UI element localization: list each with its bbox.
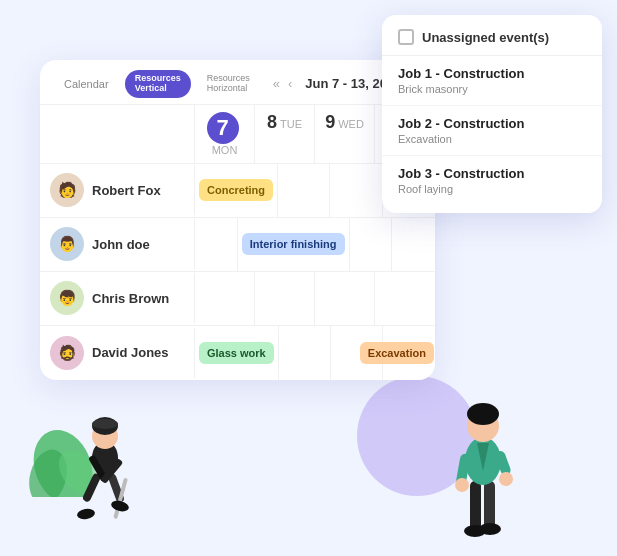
table-row: 👨 John doe Interior finishing — [40, 218, 435, 272]
resource-name-chris-brown: Chris Brown — [92, 291, 169, 306]
calendar-header: Calendar ResourcesVertical ResourcesHori… — [40, 60, 435, 105]
day-num-9: 9 — [325, 112, 335, 132]
event-cell-jd-wed — [350, 218, 393, 271]
day-label-mon: MON — [212, 144, 238, 156]
day-label-tue: TUE — [280, 118, 302, 130]
panel-header: Unassigned event(s) — [382, 29, 602, 56]
unassigned-panel: Unassigned event(s) Job 1 - Construction… — [382, 15, 602, 213]
tab-resources-horizontal[interactable]: ResourcesHorizontal — [197, 70, 260, 98]
avatar: 🧑 — [50, 173, 84, 207]
tab-resources-horizontal-label: ResourcesHorizontal — [207, 74, 250, 94]
char-right — [432, 381, 522, 536]
panel-item-job3-title: Job 3 - Construction — [398, 166, 586, 181]
svg-point-13 — [92, 419, 118, 429]
char-left — [60, 406, 150, 536]
svg-point-25 — [499, 472, 513, 486]
col-header-resource — [40, 105, 195, 163]
nav-prev2[interactable]: « — [270, 74, 283, 93]
col-header-wed: 9 WED — [315, 105, 375, 163]
tab-resources-vertical-label: ResourcesVertical — [135, 74, 181, 94]
event-cell-dj-wed: Excavation — [331, 326, 383, 380]
event-cell-jd-thu — [392, 218, 435, 271]
resource-name-david-jones: David Jones — [92, 345, 169, 360]
resource-cell-chris-brown: 👦 Chris Brown — [40, 273, 195, 323]
avatar: 👨 — [50, 227, 84, 261]
panel-item-job3-sub: Roof laying — [398, 183, 586, 195]
event-cell-rf-wed — [330, 164, 382, 217]
unassigned-checkbox[interactable] — [398, 29, 414, 45]
event-cell-cb-wed — [315, 272, 375, 325]
event-cell-jd-mon — [195, 218, 238, 271]
svg-rect-14 — [470, 481, 481, 531]
event-cell-dj-thu — [383, 326, 435, 380]
col-header-mon: 7 MON — [195, 105, 255, 163]
day-label-wed: WED — [338, 118, 364, 130]
day-num-8: 8 — [267, 112, 277, 132]
resource-cell-david-jones: 🧔 David Jones — [40, 328, 195, 378]
panel-item-job2[interactable]: Job 2 - Construction Excavation — [382, 106, 602, 156]
event-tag-glass-work[interactable]: Glass work — [199, 342, 274, 364]
resource-cell-john-doe: 👨 John doe — [40, 219, 195, 269]
event-tag-concreting[interactable]: Concreting — [199, 179, 273, 201]
panel-item-job1-title: Job 1 - Construction — [398, 66, 586, 81]
resource-name-robert-fox: Robert Fox — [92, 183, 161, 198]
svg-point-11 — [76, 508, 95, 521]
panel-item-job2-title: Job 2 - Construction — [398, 116, 586, 131]
day-num-7: 7 — [207, 112, 239, 144]
event-cell-cb-mon — [195, 272, 255, 325]
column-headers: 7 MON 8 TUE 9 WED 10 THU — [40, 105, 435, 164]
svg-rect-6 — [82, 472, 102, 503]
resource-name-john-doe: John doe — [92, 237, 150, 252]
svg-point-24 — [455, 478, 469, 492]
svg-point-21 — [467, 403, 499, 425]
panel-item-job1[interactable]: Job 1 - Construction Brick masonry — [382, 56, 602, 106]
avatar: 🧔 — [50, 336, 84, 370]
nav-prev[interactable]: ‹ — [285, 74, 295, 93]
resource-rows: 🧑 Robert Fox Concreting 👨 John doe Inter… — [40, 164, 435, 380]
table-row: 🧔 David Jones Glass work Excavation — [40, 326, 435, 380]
avatar: 👦 — [50, 281, 84, 315]
panel-item-job1-sub: Brick masonry — [398, 83, 586, 95]
nav-arrows: « ‹ — [270, 74, 296, 93]
event-cell-cb-tue — [255, 272, 315, 325]
calendar-card: Calendar ResourcesVertical ResourcesHori… — [40, 60, 435, 380]
svg-point-17 — [479, 523, 501, 535]
event-cell-rf-tue — [278, 164, 330, 217]
event-cell-cb-thu: Stone work — [375, 272, 435, 325]
col-header-tue: 8 TUE — [255, 105, 315, 163]
table-row: 🧑 Robert Fox Concreting — [40, 164, 435, 218]
event-cell-jd-tue: Interior finishing — [238, 218, 350, 271]
panel-item-job2-sub: Excavation — [398, 133, 586, 145]
panel-title: Unassigned event(s) — [422, 30, 549, 45]
table-row: 👦 Chris Brown Stone work — [40, 272, 435, 326]
resource-cell-robert-fox: 🧑 Robert Fox — [40, 165, 195, 215]
event-cell-dj-tue — [279, 326, 331, 380]
tab-resources-vertical[interactable]: ResourcesVertical — [125, 70, 191, 98]
event-cell-dj-mon: Glass work — [195, 326, 279, 380]
event-cell-rf-mon: Concreting — [195, 164, 278, 217]
tab-calendar[interactable]: Calendar — [54, 74, 119, 94]
panel-item-job3[interactable]: Job 3 - Construction Roof laying — [382, 156, 602, 205]
svg-rect-15 — [484, 481, 495, 529]
event-tag-interior-finishing[interactable]: Interior finishing — [242, 233, 345, 255]
svg-point-12 — [110, 499, 130, 513]
